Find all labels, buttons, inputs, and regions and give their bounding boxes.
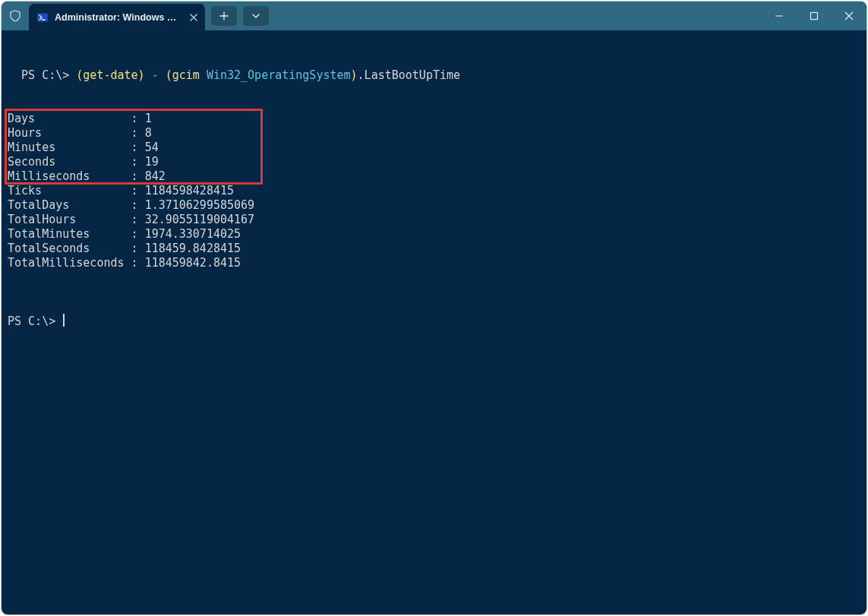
output-value: 54 — [145, 141, 159, 154]
tab-active[interactable]: Administrator: Windows Powe — [29, 4, 205, 30]
output-value: 1184598428415 — [145, 184, 234, 197]
titlebar-drag-region[interactable] — [269, 2, 762, 30]
window-controls — [762, 2, 866, 30]
output-sep: : — [131, 256, 145, 270]
prompt-ps: PS — [8, 314, 28, 328]
cmd-getdate: get-date — [83, 68, 137, 82]
cmd-paren: ( — [76, 68, 83, 82]
output-label: TotalHours — [8, 213, 131, 226]
tab-dropdown-button[interactable] — [243, 6, 269, 26]
output-sep: : — [131, 198, 145, 212]
cmd-minus: - — [145, 68, 166, 82]
powershell-icon — [36, 11, 49, 24]
prompt-path: C:\> — [42, 68, 76, 82]
output-sep: : — [131, 112, 145, 125]
output-value: 1974.330714025 — [145, 227, 241, 241]
new-tab-button[interactable] — [211, 6, 237, 26]
output-sep: : — [131, 169, 145, 183]
output-value: 118459.8428415 — [145, 242, 241, 255]
output-sep: : — [131, 184, 145, 197]
maximize-icon — [810, 11, 819, 21]
prompt-path: C:\> — [28, 314, 62, 328]
terminal-pane[interactable]: PS C:\> (get-date) - (gcim Win32_Operati… — [2, 30, 866, 614]
output-sep: : — [131, 155, 145, 169]
output-label: Hours — [8, 126, 131, 140]
output-sep: : — [131, 242, 145, 255]
cmd-member: .LastBootUpTime — [358, 68, 460, 82]
output-label: Seconds — [8, 155, 131, 169]
output-label: TotalMilliseconds — [8, 256, 131, 270]
cmd-gcim: gcim — [172, 68, 200, 82]
maximize-button[interactable] — [797, 2, 832, 30]
cmd-paren: ) — [351, 68, 358, 82]
output-label: TotalSeconds — [8, 242, 131, 255]
output-label: Ticks — [8, 184, 131, 197]
chevron-down-icon — [251, 11, 260, 21]
output-label: TotalMinutes — [8, 227, 131, 241]
output-value: 842 — [145, 169, 166, 183]
tab-title: Administrator: Windows Powe — [55, 12, 181, 23]
text-cursor — [63, 314, 65, 327]
output-label: Milliseconds — [8, 169, 131, 183]
cmd-paren: ( — [166, 68, 172, 82]
output-value: 8 — [145, 126, 152, 140]
output-value: 1.37106299585069 — [145, 198, 255, 212]
output-sep: : — [131, 126, 145, 140]
titlebar: Administrator: Windows Powe — [2, 2, 866, 30]
output-label: Days — [8, 112, 131, 125]
admin-shield-icon — [2, 2, 29, 30]
plus-icon — [219, 11, 229, 21]
close-icon — [844, 11, 854, 21]
svg-rect-1 — [811, 13, 818, 20]
prompt-ps: PS — [21, 68, 42, 82]
output-sep: : — [131, 141, 145, 154]
tab-close-button[interactable] — [188, 11, 199, 24]
output-value: 32.9055119004167 — [145, 213, 255, 226]
close-button[interactable] — [832, 2, 866, 30]
terminal-window: Administrator: Windows Powe — [2, 2, 866, 614]
titlebar-left: Administrator: Windows Powe — [2, 2, 269, 30]
svg-rect-0 — [37, 13, 48, 21]
cmd-class: Win32_OperatingSystem — [200, 68, 351, 82]
output-value: 1 — [145, 112, 152, 125]
output-label: Minutes — [8, 141, 131, 154]
output-sep: : — [131, 213, 145, 226]
minimize-icon — [775, 11, 784, 21]
minimize-button[interactable] — [762, 2, 797, 30]
output-sep: : — [131, 227, 145, 241]
cmd-paren: ) — [138, 68, 145, 82]
output-label: TotalDays — [8, 198, 131, 212]
output-value: 118459842.8415 — [145, 256, 241, 270]
output-value: 19 — [145, 155, 159, 169]
